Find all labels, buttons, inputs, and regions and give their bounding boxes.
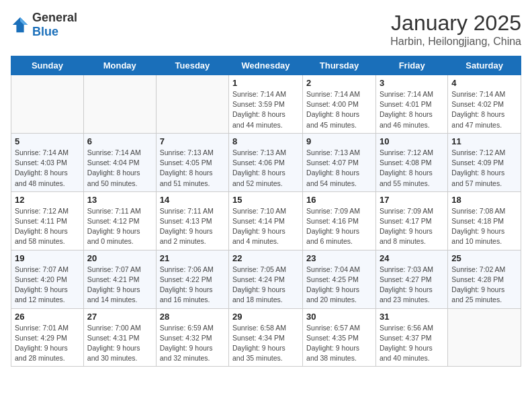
calendar-day-cell xyxy=(11,75,84,134)
day-info: Sunrise: 7:14 AM Sunset: 4:01 PM Dayligh… xyxy=(380,89,444,130)
day-number: 23 xyxy=(306,253,372,263)
calendar-day-cell xyxy=(83,75,156,134)
day-number: 3 xyxy=(380,78,444,88)
calendar-day-cell: 21Sunrise: 7:06 AM Sunset: 4:22 PM Dayli… xyxy=(156,250,228,308)
calendar-table: SundayMondayTuesdayWednesdayThursdayFrid… xyxy=(11,56,521,367)
day-number: 15 xyxy=(232,195,299,205)
day-number: 25 xyxy=(451,253,517,263)
month-title: January 2025 xyxy=(390,11,521,36)
calendar-day-cell: 28Sunrise: 6:59 AM Sunset: 4:32 PM Dayli… xyxy=(156,308,228,367)
day-info: Sunrise: 7:07 AM Sunset: 4:21 PM Dayligh… xyxy=(87,265,152,306)
calendar-day-cell: 8Sunrise: 7:13 AM Sunset: 4:06 PM Daylig… xyxy=(229,133,303,191)
calendar-day-cell: 3Sunrise: 7:14 AM Sunset: 4:01 PM Daylig… xyxy=(375,75,447,134)
calendar-day-cell: 1Sunrise: 7:14 AM Sunset: 3:59 PM Daylig… xyxy=(229,75,303,134)
title-block: January 2025 Harbin, Heilongjiang, China xyxy=(390,11,521,48)
day-number: 9 xyxy=(306,136,372,146)
day-info: Sunrise: 7:06 AM Sunset: 4:22 PM Dayligh… xyxy=(160,265,225,306)
day-number: 28 xyxy=(160,312,225,322)
calendar-day-cell: 31Sunrise: 6:56 AM Sunset: 4:37 PM Dayli… xyxy=(375,308,447,367)
calendar-week-row: 1Sunrise: 7:14 AM Sunset: 3:59 PM Daylig… xyxy=(11,75,521,134)
calendar-day-cell: 6Sunrise: 7:14 AM Sunset: 4:04 PM Daylig… xyxy=(83,133,156,191)
calendar-day-cell: 30Sunrise: 6:57 AM Sunset: 4:35 PM Dayli… xyxy=(303,308,376,367)
calendar-day-cell: 14Sunrise: 7:11 AM Sunset: 4:13 PM Dayli… xyxy=(156,191,228,250)
logo: General Blue xyxy=(11,11,77,39)
day-info: Sunrise: 7:05 AM Sunset: 4:24 PM Dayligh… xyxy=(232,265,299,306)
day-info: Sunrise: 7:07 AM Sunset: 4:20 PM Dayligh… xyxy=(15,265,80,306)
day-number: 12 xyxy=(15,195,80,205)
weekday-header: Thursday xyxy=(303,56,376,75)
calendar-day-cell: 27Sunrise: 7:00 AM Sunset: 4:31 PM Dayli… xyxy=(83,308,156,367)
day-number: 29 xyxy=(232,312,299,322)
calendar-day-cell: 22Sunrise: 7:05 AM Sunset: 4:24 PM Dayli… xyxy=(229,250,303,308)
calendar-day-cell: 29Sunrise: 6:58 AM Sunset: 4:34 PM Dayli… xyxy=(229,308,303,367)
calendar-week-row: 5Sunrise: 7:14 AM Sunset: 4:03 PM Daylig… xyxy=(11,133,521,191)
calendar-day-cell: 13Sunrise: 7:11 AM Sunset: 4:12 PM Dayli… xyxy=(83,191,156,250)
calendar-day-cell: 12Sunrise: 7:12 AM Sunset: 4:11 PM Dayli… xyxy=(11,191,84,250)
calendar-day-cell xyxy=(156,75,228,134)
day-number: 13 xyxy=(87,195,152,205)
day-info: Sunrise: 7:14 AM Sunset: 4:04 PM Dayligh… xyxy=(87,148,152,189)
calendar-day-cell: 10Sunrise: 7:12 AM Sunset: 4:08 PM Dayli… xyxy=(375,133,447,191)
weekday-header: Saturday xyxy=(448,56,521,75)
day-info: Sunrise: 6:58 AM Sunset: 4:34 PM Dayligh… xyxy=(232,323,299,364)
calendar-week-row: 26Sunrise: 7:01 AM Sunset: 4:29 PM Dayli… xyxy=(11,308,521,367)
day-info: Sunrise: 7:04 AM Sunset: 4:25 PM Dayligh… xyxy=(306,265,372,306)
day-info: Sunrise: 7:10 AM Sunset: 4:14 PM Dayligh… xyxy=(232,206,299,247)
day-number: 11 xyxy=(451,136,517,146)
day-info: Sunrise: 7:11 AM Sunset: 4:12 PM Dayligh… xyxy=(87,206,152,247)
day-info: Sunrise: 7:12 AM Sunset: 4:11 PM Dayligh… xyxy=(15,206,80,247)
day-info: Sunrise: 6:56 AM Sunset: 4:37 PM Dayligh… xyxy=(380,323,444,364)
day-number: 5 xyxy=(15,136,80,146)
logo-icon xyxy=(11,15,30,34)
day-number: 21 xyxy=(160,253,225,263)
day-info: Sunrise: 7:02 AM Sunset: 4:28 PM Dayligh… xyxy=(451,265,517,306)
day-info: Sunrise: 7:03 AM Sunset: 4:27 PM Dayligh… xyxy=(380,265,444,306)
weekday-header: Monday xyxy=(83,56,156,75)
day-info: Sunrise: 7:01 AM Sunset: 4:29 PM Dayligh… xyxy=(15,323,80,364)
weekday-header: Friday xyxy=(375,56,447,75)
calendar-day-cell: 25Sunrise: 7:02 AM Sunset: 4:28 PM Dayli… xyxy=(448,250,521,308)
calendar-day-cell: 17Sunrise: 7:09 AM Sunset: 4:17 PM Dayli… xyxy=(375,191,447,250)
calendar-day-cell: 2Sunrise: 7:14 AM Sunset: 4:00 PM Daylig… xyxy=(303,75,376,134)
calendar-day-cell xyxy=(448,308,521,367)
day-info: Sunrise: 7:14 AM Sunset: 4:00 PM Dayligh… xyxy=(306,89,372,130)
day-number: 20 xyxy=(87,253,152,263)
day-number: 6 xyxy=(87,136,152,146)
calendar-day-cell: 5Sunrise: 7:14 AM Sunset: 4:03 PM Daylig… xyxy=(11,133,84,191)
day-number: 16 xyxy=(306,195,372,205)
calendar-day-cell: 20Sunrise: 7:07 AM Sunset: 4:21 PM Dayli… xyxy=(83,250,156,308)
day-number: 31 xyxy=(380,312,444,322)
day-info: Sunrise: 7:13 AM Sunset: 4:06 PM Dayligh… xyxy=(232,148,299,189)
day-info: Sunrise: 7:13 AM Sunset: 4:07 PM Dayligh… xyxy=(306,148,372,189)
day-info: Sunrise: 7:12 AM Sunset: 4:09 PM Dayligh… xyxy=(451,148,517,189)
calendar-day-cell: 4Sunrise: 7:14 AM Sunset: 4:02 PM Daylig… xyxy=(448,75,521,134)
day-number: 1 xyxy=(232,78,299,88)
weekday-header-row: SundayMondayTuesdayWednesdayThursdayFrid… xyxy=(11,56,521,75)
calendar-day-cell: 23Sunrise: 7:04 AM Sunset: 4:25 PM Dayli… xyxy=(303,250,376,308)
logo-blue: Blue xyxy=(32,25,58,38)
day-number: 26 xyxy=(15,312,80,322)
weekday-header: Wednesday xyxy=(229,56,303,75)
calendar-day-cell: 15Sunrise: 7:10 AM Sunset: 4:14 PM Dayli… xyxy=(229,191,303,250)
day-info: Sunrise: 7:14 AM Sunset: 4:02 PM Dayligh… xyxy=(451,89,517,130)
day-info: Sunrise: 7:14 AM Sunset: 3:59 PM Dayligh… xyxy=(232,89,299,130)
day-info: Sunrise: 7:14 AM Sunset: 4:03 PM Dayligh… xyxy=(15,148,80,189)
calendar-week-row: 12Sunrise: 7:12 AM Sunset: 4:11 PM Dayli… xyxy=(11,191,521,250)
calendar-day-cell: 19Sunrise: 7:07 AM Sunset: 4:20 PM Dayli… xyxy=(11,250,84,308)
day-number: 10 xyxy=(380,136,444,146)
day-info: Sunrise: 7:08 AM Sunset: 4:18 PM Dayligh… xyxy=(451,206,517,247)
day-number: 2 xyxy=(306,78,372,88)
day-number: 22 xyxy=(232,253,299,263)
calendar-day-cell: 11Sunrise: 7:12 AM Sunset: 4:09 PM Dayli… xyxy=(448,133,521,191)
day-info: Sunrise: 7:09 AM Sunset: 4:17 PM Dayligh… xyxy=(380,206,444,247)
location-title: Harbin, Heilongjiang, China xyxy=(390,36,521,48)
day-number: 14 xyxy=(160,195,225,205)
day-number: 7 xyxy=(160,136,225,146)
day-number: 17 xyxy=(380,195,444,205)
day-number: 8 xyxy=(232,136,299,146)
day-number: 27 xyxy=(87,312,152,322)
calendar-day-cell: 9Sunrise: 7:13 AM Sunset: 4:07 PM Daylig… xyxy=(303,133,376,191)
calendar-day-cell: 24Sunrise: 7:03 AM Sunset: 4:27 PM Dayli… xyxy=(375,250,447,308)
calendar-day-cell: 16Sunrise: 7:09 AM Sunset: 4:16 PM Dayli… xyxy=(303,191,376,250)
logo-general: General xyxy=(32,11,77,24)
